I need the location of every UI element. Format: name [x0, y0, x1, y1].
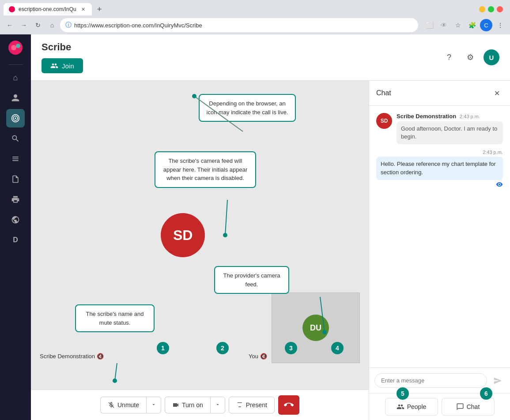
scribe-name-tooltip: The scribe's name and mute status. — [75, 304, 155, 332]
profile-icon[interactable]: C — [480, 19, 492, 31]
badge-3: 3 — [285, 342, 297, 354]
help-button[interactable]: ? — [441, 49, 457, 65]
sidebar-item-doc[interactable]: D — [6, 231, 25, 249]
svg-point-5 — [15, 117, 16, 119]
sidebar-item-print[interactable] — [6, 190, 25, 209]
minimize-button[interactable] — [479, 6, 485, 12]
tab-title: escription-one.com/InQuiry — [19, 6, 76, 12]
message-text-1: Good afternoon, Doctor. I am ready to be… — [397, 121, 503, 144]
video-main: SD DU Scribe Demonstration 🔇 You 🔇 — [31, 81, 369, 390]
turnon-dropdown[interactable] — [210, 397, 225, 413]
settings-button[interactable]: ⚙ — [462, 49, 478, 65]
svg-point-9 — [223, 233, 227, 237]
you-label: You 🔇 — [249, 353, 267, 360]
scribe-camera-tooltip: The scribe's camera feed will appear her… — [155, 151, 256, 188]
badge-6: 6 — [480, 387, 492, 400]
sidebar-divider — [8, 64, 23, 65]
sidebar-item-search[interactable] — [6, 129, 25, 148]
you-mute-icon: 🔇 — [260, 353, 267, 360]
sidebar-item-link[interactable] — [6, 210, 25, 229]
svg-point-2 — [16, 44, 20, 48]
message-content-2: 2:43 p.m. Hello. Please reference my cha… — [376, 150, 503, 188]
unmute-group: Unmute — [100, 397, 161, 413]
badge-5: 5 — [397, 387, 409, 400]
chat-input[interactable] — [374, 373, 487, 388]
bottom-panel: 5 People 6 Chat — [369, 393, 510, 420]
sender-name-1: Scribe Demonstration — [397, 113, 456, 120]
chat-panel-label: Chat — [467, 403, 480, 410]
svg-point-1 — [11, 45, 16, 50]
svg-line-12 — [115, 363, 117, 381]
provider-camera-tooltip: The provider's camera feed. — [214, 266, 289, 294]
present-label: Present — [246, 401, 267, 409]
turnon-label: Turn on — [182, 401, 203, 409]
message-text-2: Hello. Please reference my chart templat… — [376, 157, 503, 180]
address-bar[interactable]: ⓘ https://www.escription-one.com/InQuiry… — [60, 18, 418, 32]
svg-point-13 — [113, 379, 117, 383]
turnon-button[interactable]: Turn on — [165, 397, 210, 413]
message-time-2: 2:43 p.m. — [483, 150, 503, 155]
badge-1: 1 — [157, 342, 169, 354]
join-button[interactable]: Join — [42, 58, 83, 73]
unmute-label: Unmute — [117, 401, 139, 409]
send-button[interactable] — [491, 374, 505, 388]
video-chat-area: SD DU Scribe Demonstration 🔇 You 🔇 — [31, 81, 510, 420]
turnon-group: Turn on — [165, 397, 225, 413]
header-actions: ? ⚙ U — [441, 49, 499, 65]
maximize-button[interactable] — [488, 6, 494, 12]
unmute-dropdown[interactable] — [146, 397, 161, 413]
svg-point-7 — [192, 94, 196, 98]
sidebar-item-user[interactable] — [6, 89, 25, 107]
sender-avatar-1: SD — [376, 113, 392, 129]
provider-feed: DU — [272, 292, 360, 363]
chat-header: Chat ✕ — [369, 81, 510, 106]
chat-title: Chat — [376, 89, 391, 97]
sidebar: ⌂ D — [0, 34, 31, 420]
browser-tab[interactable]: escription-one.com/InQuiry ✕ — [4, 3, 92, 15]
chat-panel: Chat ✕ SD Scribe Demonstration 2:43 p.m.… — [369, 81, 510, 420]
people-button[interactable]: People — [385, 398, 438, 416]
forward-button[interactable]: → — [18, 19, 30, 31]
present-button[interactable]: Present — [229, 397, 275, 413]
sidebar-item-file[interactable] — [6, 170, 25, 188]
camera-status-icon: 👁 — [438, 19, 450, 31]
reload-button[interactable]: ↻ — [32, 19, 44, 31]
people-label: People — [407, 403, 427, 410]
read-receipt-icon — [496, 181, 503, 188]
mute-icon: 🔇 — [97, 353, 104, 360]
cast-icon[interactable]: ⬜ — [423, 19, 436, 31]
tab-favicon — [9, 6, 15, 12]
scribe-name-label: Scribe Demonstration 🔇 — [40, 353, 104, 360]
tab-close-icon[interactable]: ✕ — [79, 6, 87, 13]
chat-close-button[interactable]: ✕ — [491, 87, 503, 99]
main-content: Scribe Join ? ⚙ U SD — [31, 34, 510, 420]
sidebar-item-group[interactable] — [6, 150, 25, 168]
svg-line-8 — [225, 200, 227, 235]
browser-tooltip: Depending on the browser, an icon may in… — [199, 94, 296, 122]
new-tab-button[interactable]: + — [94, 4, 105, 15]
chat-message-1: SD Scribe Demonstration 2:43 p.m. Good a… — [376, 113, 503, 144]
browser-chrome: escription-one.com/InQuiry ✕ + ← → ↻ ⌂ ⓘ… — [0, 0, 510, 34]
sidebar-item-target[interactable] — [6, 109, 25, 128]
message-content-1: Scribe Demonstration 2:43 p.m. Good afte… — [397, 113, 503, 144]
provider-avatar: DU — [302, 315, 329, 341]
page-header: Scribe Join ? ⚙ U — [31, 34, 510, 81]
end-call-button[interactable] — [278, 395, 299, 415]
menu-icon[interactable]: ⋮ — [494, 19, 506, 31]
scribe-avatar: SD — [161, 213, 205, 257]
back-button[interactable]: ← — [4, 19, 16, 31]
join-button-label: Join — [62, 62, 74, 70]
home-button[interactable]: ⌂ — [46, 19, 58, 31]
address-text: https://www.escription-one.com/InQuiryMv… — [74, 22, 413, 29]
extensions-icon[interactable]: 🧩 — [466, 19, 478, 31]
close-button[interactable] — [497, 6, 503, 12]
message-time-1: 2:43 p.m. — [460, 114, 480, 119]
controls-bar: Unmute Turn on — [31, 390, 369, 420]
unmute-button[interactable]: Unmute — [100, 397, 146, 413]
address-icon: ⓘ — [65, 21, 72, 29]
bookmark-icon[interactable]: ☆ — [452, 19, 464, 31]
chat-panel-button[interactable]: Chat — [442, 398, 495, 416]
sidebar-item-home[interactable]: ⌂ — [6, 68, 25, 87]
user-button[interactable]: U — [484, 49, 499, 65]
video-area: SD DU Scribe Demonstration 🔇 You 🔇 — [31, 81, 369, 420]
